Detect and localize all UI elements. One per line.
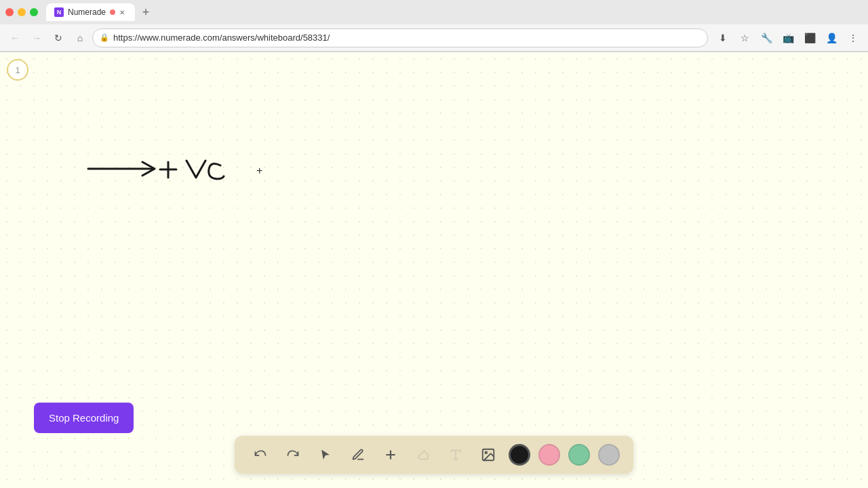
download-button[interactable]: ⬇ bbox=[713, 28, 732, 47]
menu-button[interactable]: ⋮ bbox=[844, 28, 863, 47]
color-green-swatch[interactable] bbox=[568, 444, 590, 466]
bookmark-button[interactable]: ☆ bbox=[735, 28, 754, 47]
bottom-toolbar bbox=[235, 436, 633, 474]
apps-button[interactable]: ⬛ bbox=[800, 28, 819, 47]
cursor-crosshair: + bbox=[256, 165, 262, 177]
text-tool-button[interactable] bbox=[443, 443, 468, 467]
home-button[interactable]: ⌂ bbox=[71, 28, 90, 47]
title-bar: N Numerade ✕ + bbox=[0, 0, 868, 24]
undo-button[interactable] bbox=[248, 443, 273, 467]
close-button[interactable] bbox=[5, 8, 14, 16]
toolbar-actions: ⬇ ☆ 🔧 📺 ⬛ 👤 ⋮ bbox=[713, 28, 863, 47]
refresh-button[interactable]: ↻ bbox=[49, 28, 68, 47]
cast-button[interactable]: 📺 bbox=[778, 28, 797, 47]
select-tool-button[interactable] bbox=[313, 443, 338, 467]
lock-icon: 🔒 bbox=[100, 33, 109, 42]
eraser-tool-button[interactable] bbox=[411, 443, 435, 467]
maximize-button[interactable] bbox=[30, 8, 38, 16]
url-text: https://www.numerade.com/answers/whitebo… bbox=[113, 33, 330, 43]
minimize-button[interactable] bbox=[18, 8, 26, 16]
tab-recording-dot bbox=[110, 9, 115, 15]
redo-button[interactable] bbox=[281, 443, 305, 467]
window-controls bbox=[5, 8, 38, 16]
tab-bar: N Numerade ✕ + bbox=[46, 3, 863, 21]
forward-button[interactable]: → bbox=[27, 28, 46, 47]
pen-tool-button[interactable] bbox=[346, 443, 370, 467]
color-pink-swatch[interactable] bbox=[538, 444, 560, 466]
tab-title: Numerade bbox=[68, 7, 106, 17]
image-tool-button[interactable] bbox=[476, 443, 500, 467]
navigation-toolbar: ← → ↻ ⌂ 🔒 https://www.numerade.com/answe… bbox=[0, 24, 868, 52]
back-button[interactable]: ← bbox=[5, 28, 24, 47]
active-tab[interactable]: N Numerade ✕ bbox=[46, 3, 135, 21]
browser-chrome: N Numerade ✕ + ← → ↻ ⌂ 🔒 https://www.num… bbox=[0, 0, 868, 52]
svg-point-3 bbox=[485, 451, 487, 453]
color-gray-swatch[interactable] bbox=[598, 444, 620, 466]
tab-close-button[interactable]: ✕ bbox=[117, 7, 127, 17]
extensions-button[interactable]: 🔧 bbox=[757, 28, 776, 47]
page-number-badge: 1 bbox=[7, 59, 28, 81]
new-tab-button[interactable]: + bbox=[138, 4, 154, 20]
profile-button[interactable]: 👤 bbox=[822, 28, 841, 47]
tab-favicon: N bbox=[54, 7, 64, 17]
stop-recording-button[interactable]: Stop Recording bbox=[34, 403, 134, 433]
whiteboard-area[interactable]: 1 + Stop Recording bbox=[0, 52, 868, 488]
add-element-button[interactable] bbox=[378, 443, 403, 467]
color-black-swatch[interactable] bbox=[509, 444, 530, 466]
address-bar[interactable]: 🔒 https://www.numerade.com/answers/white… bbox=[92, 28, 708, 47]
